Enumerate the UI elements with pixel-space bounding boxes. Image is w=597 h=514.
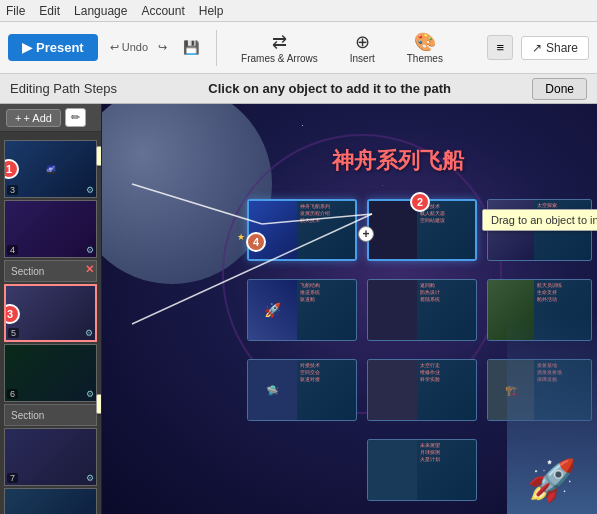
- slide-6-bg: [5, 345, 96, 401]
- card-inner-r2c2: 返回舱防热设计着陆系统: [368, 280, 476, 340]
- slide-8-bg: [5, 489, 96, 514]
- add-bar: + + Add ✏: [0, 104, 101, 132]
- card-img-r3c1: 🛸: [248, 360, 297, 420]
- menu-account[interactable]: Account: [141, 4, 184, 18]
- slide-5-icon: ⚙: [85, 328, 93, 338]
- present-icon: ▶: [22, 40, 32, 55]
- menu-icon: ≡: [496, 40, 504, 55]
- save-button[interactable]: 💾: [179, 36, 204, 59]
- slide-thumb-8[interactable]: 8 ⚙: [4, 488, 97, 514]
- toolbar: ▶ Present ↩ Undo ↪ 💾 ⇄ Frames & Arrows ⊕…: [0, 22, 597, 74]
- slide-6-num: 6: [7, 389, 18, 399]
- path-badge-4[interactable]: 4: [246, 232, 266, 252]
- menu-language[interactable]: Language: [74, 4, 127, 18]
- frames-icon: ⇄: [272, 31, 287, 53]
- edit-path-button[interactable]: ✏: [65, 108, 86, 127]
- slide-thumb-6[interactable]: 6 ⚙: [4, 344, 97, 402]
- card-text-r3c2: 太空行走维修作业科学实验: [417, 360, 476, 420]
- drag-path-tooltip: Drag to an object to insert a new path p…: [482, 209, 597, 231]
- path-instruction: Click on any object to add it to the pat…: [127, 81, 532, 96]
- card-inner-r4c2: 未来展望月球探测火星计划: [368, 440, 476, 500]
- frames-label: Frames & Arrows: [241, 53, 318, 64]
- insert-label: Insert: [350, 53, 375, 64]
- themes-label: Themes: [407, 53, 443, 64]
- card-text-r3c1: 对接技术空间交会轨道对接: [297, 360, 356, 420]
- card-img-r3c2: [368, 360, 417, 420]
- frames-arrows-button[interactable]: ⇄ Frames & Arrows: [229, 27, 330, 68]
- rocket-area: 🚀: [507, 314, 597, 514]
- card-inner-r2c1: 🚀 飞船结构推进系统轨道舱: [248, 280, 356, 340]
- card-img-r2c1: 🚀: [248, 280, 297, 340]
- card-img-r1c2: [369, 201, 417, 259]
- undo-icon: ↩: [110, 41, 119, 53]
- section-text-2: Section: [11, 410, 44, 421]
- canvas-title: 神舟系列飞船: [332, 146, 464, 176]
- slide-thumb-5[interactable]: 5 ⚙ 3: [4, 284, 97, 342]
- menu-help[interactable]: Help: [199, 4, 224, 18]
- card-inner-r1c1: 神舟飞船系列发展历程介绍航天技术: [249, 201, 355, 259]
- rocket-icon: 🚀: [527, 457, 577, 504]
- insert-icon: ⊕: [355, 31, 370, 53]
- section-label-5: Section ✕: [4, 260, 97, 282]
- slide-4-bg: [5, 201, 96, 257]
- save-icon: 💾: [183, 40, 200, 55]
- canvas-area[interactable]: • • • 神舟系列飞船 神舟飞船系列发展历程介绍航天技术: [102, 104, 597, 514]
- add-path-point[interactable]: +: [358, 226, 374, 242]
- card-text-r2c1: 飞船结构推进系统轨道舱: [297, 280, 356, 340]
- slide-7-num: 7: [7, 473, 18, 483]
- sidebar: + + Add ✏ Edit path and animation 🌌 3 ⚙ …: [0, 104, 102, 514]
- insert-button[interactable]: ⊕ Insert: [338, 27, 387, 68]
- redo-button[interactable]: ↪: [154, 37, 171, 58]
- menu-edit[interactable]: Edit: [39, 4, 60, 18]
- present-label: Present: [36, 40, 84, 55]
- editing-path-label: Editing Path Steps: [10, 81, 117, 96]
- plus-icon: +: [15, 112, 21, 124]
- slide-5-num: 5: [8, 328, 19, 338]
- slide-4-num: 4: [7, 245, 18, 255]
- slide-card-r4c2[interactable]: 未来展望月球探测火星计划: [367, 439, 477, 501]
- slide-3-num: 3: [7, 185, 18, 195]
- redo-icon: ↪: [158, 41, 167, 53]
- menu-bar: File Edit Language Account Help: [0, 0, 597, 22]
- themes-icon: 🎨: [414, 31, 436, 53]
- themes-button[interactable]: 🎨 Themes: [395, 27, 455, 68]
- slide-3-icon: ⚙: [86, 185, 94, 195]
- undo-label: Undo: [122, 41, 148, 53]
- card-text-r4c2: 未来展望月球探测火星计划: [417, 440, 476, 500]
- slide-7-bg: [5, 429, 96, 485]
- slide-thumb-3[interactable]: 🌌 3 ⚙ 1: [4, 140, 97, 198]
- slide-thumb-4[interactable]: 4 ⚙: [4, 200, 97, 258]
- menu-icon-button[interactable]: ≡: [487, 35, 513, 60]
- pencil-icon: ✏: [71, 111, 80, 123]
- card-img-r4c2: [368, 440, 417, 500]
- slide-card-r3c1[interactable]: 🛸 对接技术空间交会轨道对接: [247, 359, 357, 421]
- slide-card-r2c1[interactable]: 🚀 飞船结构推进系统轨道舱: [247, 279, 357, 341]
- present-button[interactable]: ▶ Present: [8, 34, 98, 61]
- section-x-icon[interactable]: ✕: [85, 263, 94, 276]
- path-badge-2[interactable]: 2: [410, 192, 430, 212]
- slide-card-r2c2[interactable]: 返回舱防热设计着陆系统: [367, 279, 477, 341]
- card-text-r2c2: 返回舱防热设计着陆系统: [417, 280, 476, 340]
- slide-card-r1c1[interactable]: 神舟飞船系列发展历程介绍航天技术: [247, 199, 357, 261]
- undo-button[interactable]: ↩ Undo: [106, 37, 152, 58]
- menu-file[interactable]: File: [6, 4, 25, 18]
- share-button[interactable]: ↗ Share: [521, 36, 589, 60]
- slide-thumb-7[interactable]: 7 ⚙: [4, 428, 97, 486]
- card-text-r1c1: 神舟飞船系列发展历程介绍航天技术: [297, 201, 355, 259]
- slide-card-r3c2[interactable]: 太空行走维修作业科学实验: [367, 359, 477, 421]
- card-inner-r3c2: 太空行走维修作业科学实验: [368, 360, 476, 420]
- toolbar-divider-1: [216, 30, 217, 66]
- section-label-7: Section: [4, 404, 97, 426]
- add-label: + Add: [23, 112, 51, 124]
- done-button[interactable]: Done: [532, 78, 587, 100]
- slide-4-icon: ⚙: [86, 245, 94, 255]
- slide-6-icon: ⚙: [86, 389, 94, 399]
- share-label: Share: [546, 41, 578, 55]
- section-text: Section: [11, 266, 44, 277]
- share-icon: ↗: [532, 41, 542, 55]
- card-inner-r3c1: 🛸 对接技术空间交会轨道对接: [248, 360, 356, 420]
- add-slide-button[interactable]: + + Add: [6, 109, 61, 127]
- toolbar-right: ≡ ↗ Share: [487, 35, 589, 60]
- undo-area: ↩ Undo ↪: [106, 37, 171, 58]
- slide-7-icon: ⚙: [86, 473, 94, 483]
